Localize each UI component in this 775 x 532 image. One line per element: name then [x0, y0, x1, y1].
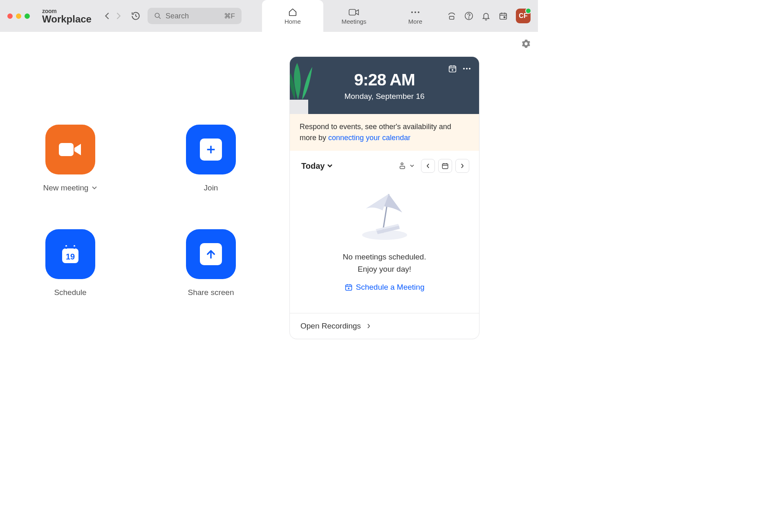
connect-calendar-link[interactable]: connecting your calendar — [328, 134, 410, 142]
app-logo: zoom Workplace — [42, 8, 92, 24]
svg-point-14 — [65, 246, 67, 249]
empty-line-1: No meetings scheduled. — [343, 253, 426, 262]
svg-rect-10 — [59, 143, 74, 156]
chevron-right-icon — [367, 323, 371, 329]
calendar-date: Monday, September 16 — [344, 92, 424, 101]
tab-meetings[interactable]: Meetings — [323, 0, 385, 32]
tab-label: Home — [284, 18, 301, 25]
close-window-button[interactable] — [7, 13, 13, 19]
search-icon — [154, 12, 161, 20]
chevron-down-icon — [410, 164, 414, 168]
empty-line-2: Enjoy your day! — [358, 265, 411, 274]
share-screen-item: Share screen — [186, 229, 236, 297]
video-icon — [349, 7, 359, 17]
calendar-panel: 9:28 AM Monday, September 16 Respond to … — [289, 56, 479, 339]
svg-rect-23 — [400, 166, 405, 169]
search-placeholder: Search — [166, 12, 220, 20]
minimize-window-button[interactable] — [16, 13, 21, 19]
avatar-initials: CF — [519, 12, 527, 20]
room-icon[interactable] — [447, 11, 456, 20]
tab-more[interactable]: More — [385, 0, 446, 32]
toolbar-right: CF — [447, 9, 534, 23]
view-selector[interactable] — [399, 162, 414, 170]
share-screen-button[interactable] — [186, 229, 236, 279]
svg-rect-17 — [290, 100, 308, 114]
svg-point-4 — [418, 11, 419, 13]
calendar-picker-button[interactable] — [438, 159, 452, 173]
calendar-connect-banner: Respond to events, see other's availabil… — [290, 114, 479, 151]
calendar-header: 9:28 AM Monday, September 16 — [290, 57, 479, 114]
tab-label: Meetings — [342, 18, 367, 25]
help-icon[interactable] — [464, 11, 473, 20]
plant-decoration — [290, 61, 318, 114]
history-icon[interactable] — [130, 11, 141, 21]
people-icon — [399, 162, 407, 170]
nav-forward-button[interactable] — [113, 10, 124, 22]
calendar-icon: 19 — [58, 242, 83, 266]
product-label: Workplace — [42, 14, 92, 24]
svg-text:19: 19 — [66, 252, 75, 261]
join-item: Join — [186, 125, 236, 192]
chevron-down-icon — [92, 186, 97, 190]
search-shortcut: ⌘F — [224, 12, 235, 20]
share-screen-label: Share screen — [188, 288, 234, 297]
arrow-up-square-icon — [200, 243, 222, 265]
svg-point-21 — [469, 68, 470, 69]
next-day-button[interactable] — [455, 159, 469, 173]
open-recordings-link[interactable]: Open Recordings — [290, 313, 479, 339]
svg-rect-1 — [349, 9, 356, 15]
schedule-button[interactable]: 19 — [45, 229, 95, 279]
search-input[interactable]: Search ⌘F — [148, 8, 242, 24]
main-content: New meeting Join 19 Schedule — [0, 32, 538, 369]
join-button[interactable] — [186, 125, 236, 174]
more-icon — [410, 7, 420, 17]
schedule-item: 19 Schedule — [45, 229, 95, 297]
home-icon — [288, 7, 298, 17]
svg-point-0 — [155, 13, 159, 18]
svg-rect-24 — [442, 164, 448, 169]
schedule-label: Schedule — [54, 288, 86, 297]
tab-home[interactable]: Home — [262, 0, 323, 32]
join-label: Join — [204, 183, 218, 192]
calendar-icon[interactable] — [499, 11, 508, 20]
calendar-date-row: Today — [290, 151, 479, 179]
tab-label: More — [408, 18, 422, 25]
add-calendar-icon[interactable] — [448, 64, 457, 73]
window-controls — [7, 13, 30, 19]
svg-rect-8 — [500, 13, 507, 20]
gear-icon[interactable] — [522, 39, 531, 48]
schedule-meeting-link[interactable]: Schedule a Meeting — [345, 283, 425, 292]
action-grid: New meeting Join 19 Schedule — [0, 32, 281, 369]
svg-rect-18 — [449, 66, 456, 72]
calendar-time: 9:28 AM — [354, 70, 415, 89]
today-dropdown[interactable]: Today — [301, 161, 333, 171]
tabs: Home Meetings More — [262, 0, 446, 32]
new-meeting-button[interactable] — [45, 125, 95, 174]
prev-day-button[interactable] — [421, 159, 435, 173]
new-meeting-label[interactable]: New meeting — [43, 183, 98, 192]
calendar-empty-state: No meetings scheduled. Enjoy your day! S… — [290, 179, 479, 313]
svg-point-3 — [414, 11, 416, 13]
svg-rect-5 — [450, 16, 454, 19]
more-icon[interactable] — [463, 64, 471, 73]
calendar-plus-icon — [345, 283, 353, 291]
nav-back-button[interactable] — [101, 10, 113, 22]
svg-point-15 — [73, 246, 76, 249]
toolbar: zoom Workplace Search ⌘F Home Meetings — [0, 0, 538, 32]
svg-point-20 — [466, 68, 468, 69]
fullscreen-window-button[interactable] — [25, 13, 30, 19]
bell-icon[interactable] — [482, 11, 491, 20]
svg-rect-9 — [504, 16, 506, 18]
avatar[interactable]: CF — [516, 9, 531, 23]
umbrella-illustration — [354, 188, 415, 241]
svg-point-2 — [411, 11, 413, 13]
svg-point-7 — [468, 18, 469, 18]
plus-square-icon — [200, 139, 222, 161]
video-fill-icon — [57, 140, 83, 159]
new-meeting-item: New meeting — [43, 125, 98, 192]
svg-point-22 — [401, 163, 403, 165]
svg-point-19 — [463, 68, 465, 69]
chevron-down-icon — [327, 164, 333, 168]
